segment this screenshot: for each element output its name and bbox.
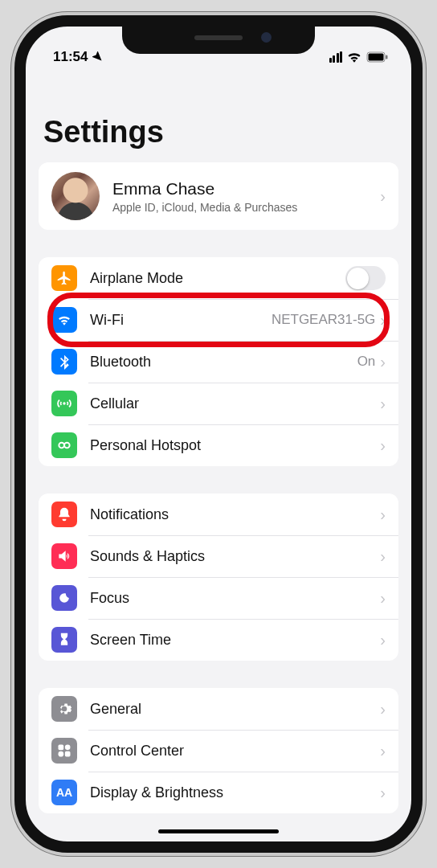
battery-icon [366, 51, 389, 63]
hotspot-label: Personal Hotspot [90, 437, 380, 454]
wifi-row[interactable]: Wi-Fi NETGEAR31-5G › [39, 299, 398, 341]
chevron-right-icon: › [380, 700, 386, 719]
airplane-mode-row[interactable]: Airplane Mode [39, 257, 398, 299]
screen-time-icon [51, 627, 77, 653]
general-icon [51, 696, 77, 722]
bluetooth-icon [51, 349, 77, 375]
notch [122, 25, 315, 54]
avatar [51, 172, 100, 220]
screen-time-row[interactable]: Screen Time › [39, 619, 398, 661]
bluetooth-detail: On [357, 354, 376, 370]
chevron-right-icon: › [380, 631, 386, 649]
svg-rect-5 [59, 745, 64, 751]
cellular-icon [51, 391, 77, 416]
wifi-icon [51, 307, 77, 333]
chevron-right-icon: › [380, 395, 386, 413]
cellular-row[interactable]: Cellular › [39, 383, 398, 424]
airplane-mode-toggle[interactable] [345, 266, 386, 290]
notifications-icon [51, 502, 77, 527]
control-center-icon [51, 738, 77, 764]
profile-row[interactable]: Emma Chase Apple ID, iCloud, Media & Pur… [39, 162, 398, 230]
profile-subtitle: Apple ID, iCloud, Media & Purchases [112, 201, 367, 214]
home-indicator[interactable] [158, 829, 279, 833]
focus-icon [51, 585, 77, 611]
control-center-label: Control Center [90, 743, 380, 760]
sounds-label: Sounds & Haptics [90, 548, 380, 565]
sounds-icon [51, 543, 77, 569]
status-time: 11:54 [53, 49, 88, 65]
location-icon [92, 51, 104, 63]
phone-frame: 11:54 Settings Emma Chase Apple ID, iClo… [14, 15, 423, 853]
general-row[interactable]: General › [39, 688, 398, 730]
wifi-label: Wi-Fi [90, 312, 272, 329]
hotspot-row[interactable]: Personal Hotspot › [39, 424, 398, 466]
chevron-right-icon: › [380, 547, 386, 566]
svg-point-4 [64, 443, 70, 448]
connectivity-group: Airplane Mode Wi-Fi NETGEAR31-5G › Bluet… [39, 257, 398, 466]
chevron-right-icon: › [380, 311, 386, 330]
chevron-right-icon: › [380, 784, 386, 802]
display-icon: AA [51, 780, 77, 805]
control-center-row[interactable]: Control Center › [39, 730, 398, 772]
display-row[interactable]: AA Display & Brightness › [39, 772, 398, 813]
focus-row[interactable]: Focus › [39, 577, 398, 619]
svg-rect-7 [59, 751, 64, 757]
airplane-mode-label: Airplane Mode [90, 270, 345, 287]
chevron-right-icon: › [380, 506, 386, 524]
page-title: Settings [26, 115, 411, 162]
hotspot-icon [51, 432, 77, 458]
settings-screen: Settings Emma Chase Apple ID, iCloud, Me… [26, 27, 411, 841]
bluetooth-label: Bluetooth [90, 354, 357, 371]
cell-signal-icon [329, 51, 343, 63]
svg-rect-1 [369, 54, 384, 61]
general-group: General › Control Center › AA Display & … [39, 688, 398, 813]
chevron-right-icon: › [380, 742, 386, 760]
notifications-group: Notifications › Sounds & Haptics › Focus… [39, 493, 398, 661]
notifications-label: Notifications [90, 506, 380, 523]
svg-rect-8 [65, 751, 71, 757]
chevron-right-icon: › [380, 589, 386, 608]
profile-name: Emma Chase [112, 179, 367, 199]
screen-time-label: Screen Time [90, 632, 380, 649]
chevron-right-icon: › [380, 187, 386, 206]
display-label: Display & Brightness [90, 784, 380, 801]
chevron-right-icon: › [380, 436, 386, 455]
general-label: General [90, 701, 380, 718]
notifications-row[interactable]: Notifications › [39, 493, 398, 535]
sounds-row[interactable]: Sounds & Haptics › [39, 535, 398, 577]
bluetooth-row[interactable]: Bluetooth On › [39, 341, 398, 383]
svg-point-3 [59, 443, 64, 448]
focus-label: Focus [90, 590, 380, 607]
wifi-status-icon [347, 51, 361, 63]
svg-rect-2 [386, 55, 388, 59]
chevron-right-icon: › [380, 353, 386, 371]
wifi-detail: NETGEAR31-5G [272, 312, 375, 328]
profile-group: Emma Chase Apple ID, iCloud, Media & Pur… [39, 162, 398, 230]
cellular-label: Cellular [90, 395, 380, 412]
svg-rect-6 [65, 745, 71, 751]
airplane-icon [51, 265, 77, 291]
